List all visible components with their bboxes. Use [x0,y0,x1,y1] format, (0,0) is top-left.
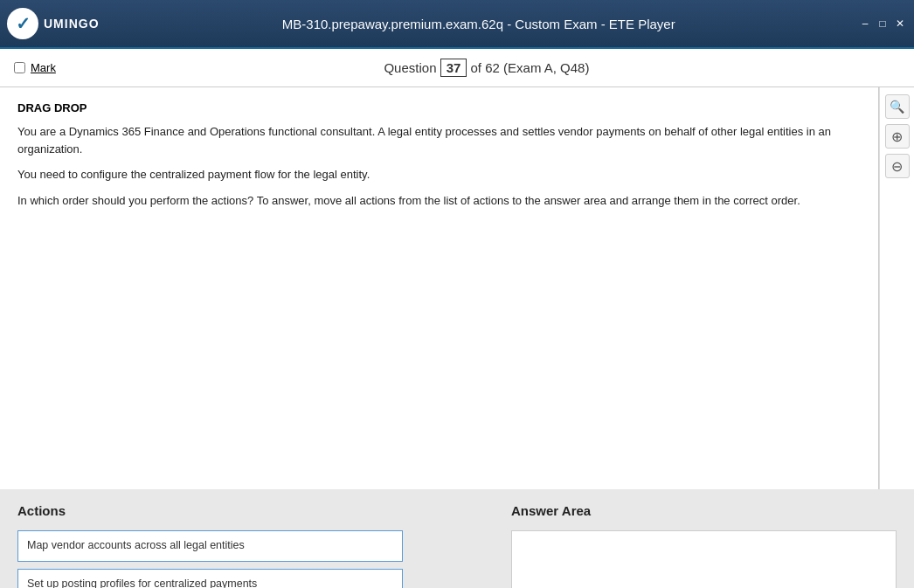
maximize-button[interactable]: □ [876,17,890,31]
question-text-area: DRAG DROP You are a Dynamics 365 Finance… [0,87,879,489]
window-controls: – □ ✕ [858,17,907,31]
question-number-info: Question 37 of 62 (Exam A, Q48) [73,59,900,77]
question-number-box: 37 [440,59,467,77]
answer-column: Answer Area [511,503,897,588]
search-tool-button[interactable]: 🔍 [885,94,910,119]
drag-drop-area: Actions Map vendor accounts across all l… [0,489,914,588]
mark-label[interactable]: Mark [31,61,56,74]
answer-drop-zone[interactable] [511,530,897,588]
right-tools: 🔍 ⊕ ⊖ [879,87,914,489]
transfer-buttons: ❮ ❯ [429,538,485,588]
logo-circle: ✓ [7,8,38,39]
minimize-button[interactable]: – [858,17,872,31]
question-paragraph-2: You need to configure the centralized pa… [17,166,861,183]
question-total: of 62 (Exam A, Q48) [471,60,590,75]
title-bar: ✓ UMINGO MB-310.prepaway.premium.exam.62… [0,0,914,49]
actions-title: Actions [17,503,403,518]
close-button[interactable]: ✕ [893,17,907,31]
actions-column: Actions Map vendor accounts across all l… [17,503,403,588]
main-content: DRAG DROP You are a Dynamics 365 Finance… [0,87,914,489]
logo: ✓ UMINGO [7,8,100,39]
question-label: Question [384,60,436,75]
zoom-in-tool-button[interactable]: ⊕ [885,124,910,149]
question-header: Mark Question 37 of 62 (Exam A, Q48) [0,49,914,87]
zoom-out-tool-button[interactable]: ⊖ [885,154,910,178]
action-item-1[interactable]: Map vendor accounts across all legal ent… [17,530,403,562]
action-item-2[interactable]: Set up posting profiles for centralized … [17,569,403,589]
question-paragraph-3: In which order should you perform the ac… [17,192,861,210]
mark-checkbox-container: Mark [14,61,56,74]
mark-checkbox-input[interactable] [14,62,25,73]
question-paragraph-1: You are a Dynamics 365 Finance and Opera… [17,123,861,157]
app-title: MB-310.prepaway.premium.exam.62q - Custo… [100,17,858,31]
answer-area-title: Answer Area [511,503,897,518]
logo-checkmark: ✓ [16,13,31,34]
logo-text: UMINGO [44,17,100,31]
drag-drop-label: DRAG DROP [17,101,861,114]
